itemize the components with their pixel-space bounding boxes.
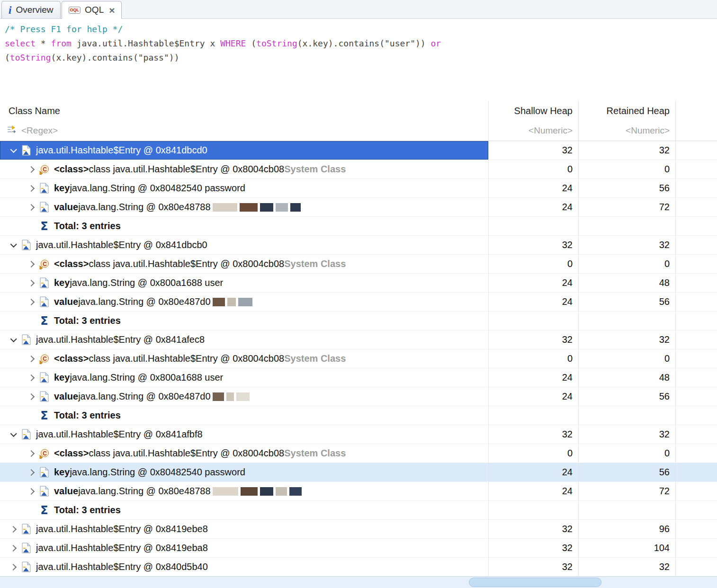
shallow-heap-cell [489,312,579,330]
row-label: <class> class java.util.Hashtable$Entry … [54,164,346,175]
class-name-cell: java.util.Hashtable$Entry @ 0x841dbcb0 [0,236,489,255]
chevron-down-icon[interactable] [7,338,20,342]
chevron-right-icon[interactable] [25,375,38,380]
table-row[interactable]: C<class> class java.util.Hashtable$Entry… [0,444,717,463]
redacted-value [213,487,302,496]
chevron-right-icon[interactable] [25,451,38,456]
table-row[interactable]: java.util.Hashtable$Entry @ 0x841afec832… [0,330,717,349]
table-row[interactable]: C<class> class java.util.Hashtable$Entry… [0,160,717,179]
mat-window: i Overview OQL OQL × /* Press F1 for hel… [0,0,717,588]
retained-heap-cell: 56 [579,387,676,406]
table-row[interactable]: java.util.Hashtable$Entry @ 0x841dbcb032… [0,236,717,255]
spacer-cell [676,558,717,577]
shallow-heap-filter-input[interactable]: <Numeric> [529,125,573,136]
object-icon [20,429,33,440]
shallow-heap-cell: 24 [489,179,579,198]
class-name-cell: value java.lang.String @ 0x80e487d0 [0,387,489,406]
spacer-cell [676,179,717,198]
table-row[interactable]: java.util.Hashtable$Entry @ 0x841dbcd032… [0,141,717,160]
chevron-right-icon[interactable] [25,470,38,475]
chevron-right-icon[interactable] [25,262,38,267]
shallow-heap-cell: 0 [489,160,579,179]
spacer-cell [676,368,717,387]
column-header-retained-heap[interactable]: Retained Heap [579,101,676,121]
retained-heap-cell: 0 [579,160,676,179]
header-label-row: Class Name Shallow Heap Retained Heap [0,101,717,121]
table-row[interactable]: key java.lang.String @ 0x80482540 passwo… [0,463,717,482]
table-row[interactable]: java.util.Hashtable$Entry @ 0x841afbf832… [0,425,717,444]
chevron-right-icon[interactable] [25,300,38,304]
regex-filter-input[interactable]: <Regex> [21,125,58,136]
class-name-cell: ΣTotal: 3 entries [0,406,489,425]
table-row[interactable]: ΣTotal: 3 entries [0,312,717,330]
table-row[interactable]: ΣTotal: 3 entries [0,501,717,520]
table-row[interactable]: C<class> class java.util.Hashtable$Entry… [0,349,717,368]
chevron-down-icon[interactable] [7,432,20,437]
tab-overview-label: Overview [16,5,53,15]
table-row[interactable]: java.util.Hashtable$Entry @ 0x840d5b4032… [0,558,717,577]
class-name-cell: value java.lang.String @ 0x80e48788 [0,198,489,217]
row-label: java.util.Hashtable$Entry @ 0x8419ebe8 [36,524,208,535]
scrollbar-thumb[interactable] [469,578,601,587]
class-icon: C [38,354,51,364]
class-icon: C [38,448,51,459]
chevron-right-icon[interactable] [25,394,38,399]
object-icon [20,524,33,535]
table-row[interactable]: key java.lang.String @ 0x800a1688 user24… [0,274,717,293]
table-row[interactable]: value java.lang.String @ 0x80e487d0 2456 [0,293,717,312]
chevron-right-icon[interactable] [7,565,20,570]
chevron-right-icon[interactable] [7,527,20,532]
spacer-cell [676,198,717,217]
column-header-class-name[interactable]: Class Name [0,101,489,121]
table-header: Class Name Shallow Heap Retained Heap <R… [0,101,717,141]
row-label: <class> class java.util.Hashtable$Entry … [54,353,346,364]
class-icon: C [38,164,51,175]
row-label: key java.lang.String @ 0x80482540 passwo… [54,467,245,478]
spacer-cell [676,387,717,406]
class-icon: C [38,259,51,269]
chevron-right-icon[interactable] [25,205,38,210]
table-row[interactable]: value java.lang.String @ 0x80e48788 2472 [0,198,717,217]
close-icon[interactable]: × [109,5,115,15]
horizontal-scrollbar[interactable] [0,576,717,588]
chevron-right-icon[interactable] [25,356,38,361]
svg-text:C: C [43,166,47,172]
tab-oql[interactable]: OQL OQL × [62,1,122,18]
table-row[interactable]: java.util.Hashtable$Entry @ 0x8419ebe832… [0,520,717,539]
retained-heap-cell: 104 [579,539,676,558]
table-row[interactable]: key java.lang.String @ 0x800a1688 user24… [0,368,717,387]
chevron-right-icon[interactable] [25,281,38,285]
class-name-cell: ΣTotal: 3 entries [0,312,489,330]
retained-heap-cell: 32 [579,236,676,255]
retained-heap-filter-input[interactable]: <Numeric> [626,125,670,136]
retained-heap-cell: 72 [579,482,676,501]
column-header-shallow-heap[interactable]: Shallow Heap [489,101,579,121]
object-icon [20,334,33,345]
shallow-heap-cell: 32 [489,330,579,349]
retained-heap-cell: 56 [579,179,676,198]
spacer-cell [676,330,717,349]
table-row[interactable]: value java.lang.String @ 0x80e487d0 2456 [0,387,717,406]
chevron-down-icon[interactable] [7,148,20,153]
row-label: <class> class java.util.Hashtable$Entry … [54,448,346,459]
chevron-right-icon[interactable] [25,489,38,494]
shallow-heap-cell: 24 [489,463,579,482]
object-icon [38,277,51,288]
chevron-right-icon[interactable] [7,546,20,551]
table-row[interactable]: value java.lang.String @ 0x80e48788 2472 [0,482,717,501]
spacer-cell [676,501,717,520]
shallow-heap-cell: 24 [489,387,579,406]
class-name-cell: C<class> class java.util.Hashtable$Entry… [0,160,489,179]
tab-overview[interactable]: i Overview [1,1,61,18]
table-row[interactable]: key java.lang.String @ 0x80482540 passwo… [0,179,717,198]
table-row[interactable]: ΣTotal: 3 entries [0,406,717,425]
chevron-down-icon[interactable] [7,243,20,248]
table-row[interactable]: java.util.Hashtable$Entry @ 0x8419eba832… [0,539,717,558]
class-name-cell: java.util.Hashtable$Entry @ 0x840d5b40 [0,558,489,577]
oql-editor[interactable]: /* Press F1 for help */select * from jav… [0,19,717,101]
table-row[interactable]: C<class> class java.util.Hashtable$Entry… [0,255,717,274]
sigma-icon: Σ [38,221,51,232]
chevron-right-icon[interactable] [25,186,38,191]
chevron-right-icon[interactable] [25,167,38,172]
table-row[interactable]: ΣTotal: 3 entries [0,217,717,236]
